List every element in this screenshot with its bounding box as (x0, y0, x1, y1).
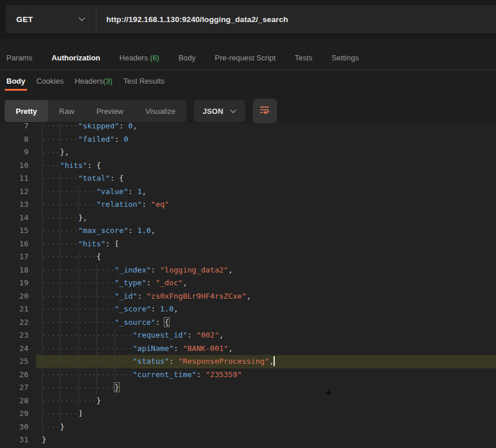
indent-guide (78, 185, 79, 199)
indent-guide (42, 159, 42, 173)
indent-guide (96, 277, 97, 290)
indent-guide (60, 395, 60, 408)
line-content: ········"hits": [ (36, 238, 496, 251)
json-string: "BANK-001" (183, 344, 228, 353)
response-tab-body[interactable]: Body (6, 70, 26, 92)
indent-guide (42, 342, 42, 356)
indent-guide (96, 303, 97, 316)
code-line-15[interactable]: 15········"max_score": 1.0, (0, 224, 496, 238)
json-string: "logging_data2" (160, 266, 228, 274)
code-line-10[interactable]: 10····"hits": { (0, 159, 496, 173)
indent-guide (114, 329, 115, 342)
code-line-27[interactable]: 27················} (0, 381, 496, 395)
json-key: "_id" (114, 292, 137, 300)
json-key: "hits" (60, 161, 87, 170)
line-content: ····················"apiName": "BANK-001… (36, 342, 496, 356)
code-line-9[interactable]: 9····}, (0, 146, 496, 159)
indent-guide (78, 395, 79, 408)
request-tab-settings[interactable]: Settings (332, 53, 359, 62)
json-key: "status" (133, 357, 170, 365)
method-selector[interactable]: GET (6, 5, 96, 33)
request-tab-params[interactable]: Params (6, 53, 33, 62)
code-line-16[interactable]: 16········"hits": [ (0, 238, 496, 251)
indent-guide (60, 185, 60, 199)
indent-guide (60, 212, 60, 225)
response-tab-cookies[interactable]: Cookies (37, 70, 64, 92)
indent-guide (42, 185, 42, 199)
format-label: JSON (203, 107, 223, 116)
code-line-18[interactable]: 18················"_index": "logging_dat… (0, 264, 496, 277)
code-line-20[interactable]: 20················"_id": "zs0xFngBLr9HF4… (0, 290, 496, 303)
code-line-24[interactable]: 24····················"apiName": "BANK-0… (0, 342, 496, 356)
json-key: "value" (96, 187, 128, 196)
json-punctuation: : (196, 370, 206, 379)
url-input[interactable]: http://192.168.1.130:9240/logging_data2/… (96, 5, 496, 33)
response-tab-test-results[interactable]: Test Results (124, 70, 165, 92)
code-line-31[interactable]: 31} (0, 433, 496, 447)
indent-guide (78, 277, 79, 290)
code-line-19[interactable]: 19················"_type": "_doc", (0, 277, 496, 290)
view-mode-raw[interactable]: Raw (48, 100, 85, 122)
code-line-23[interactable]: 23····················"request_id": "002… (0, 329, 496, 342)
code-line-17[interactable]: 17············{ (0, 250, 496, 264)
line-content: ················} (36, 381, 496, 395)
code-line-25[interactable]: 25····················"status": "Respons… (0, 355, 496, 368)
request-tabs: ParamsAuthorizationHeaders (6)BodyPre-re… (0, 46, 496, 70)
line-number: 13 (0, 198, 36, 212)
line-number: 23 (0, 329, 36, 342)
indent-guide (42, 198, 42, 212)
code-line-26[interactable]: 26····················"current_time": "2… (0, 368, 496, 382)
line-number: 29 (0, 407, 36, 421)
request-tab-headers[interactable]: Headers (6) (120, 53, 160, 62)
json-punctuation: }, (60, 148, 69, 156)
code-line-14[interactable]: 14········}, (0, 212, 496, 225)
code-line-21[interactable]: 21················"_score": 1.0, (0, 303, 496, 316)
request-tab-pre-request-script[interactable]: Pre-request Script (215, 53, 276, 62)
json-punctuation: : (187, 331, 196, 339)
view-mode-visualize[interactable]: Visualize (134, 100, 186, 122)
indent-guide (78, 316, 79, 329)
code-line-8[interactable]: 8········"failed": 0 (0, 133, 496, 146)
json-punctuation: } (60, 422, 64, 431)
line-number: 16 (0, 238, 36, 251)
indent-guide (96, 316, 97, 329)
indent-guide (42, 316, 42, 329)
indent-guide (78, 342, 79, 356)
code-line-29[interactable]: 29········] (0, 407, 496, 421)
json-punctuation: { (164, 318, 169, 327)
indent-guide (42, 355, 42, 368)
code-line-7[interactable]: 7········"skipped": 0, (0, 123, 496, 133)
response-tab-headers[interactable]: Headers (3) (74, 70, 112, 92)
indent-guide (114, 355, 115, 368)
code-line-13[interactable]: 13············"relation": "eq" (0, 198, 496, 212)
json-key: "apiName" (133, 344, 174, 353)
line-content: ····} (36, 421, 496, 434)
view-mode-preview[interactable]: Preview (85, 100, 134, 122)
code-line-11[interactable]: 11········"total": { (0, 172, 496, 185)
json-punctuation: } (42, 435, 46, 444)
indent-guide (42, 407, 42, 421)
code-line-28[interactable]: 28············} (0, 395, 496, 408)
indent-guide (42, 123, 42, 133)
json-punctuation: : (128, 226, 138, 235)
code-line-12[interactable]: 12············"value": 1, (0, 185, 496, 199)
view-mode-pretty[interactable]: Pretty (5, 100, 48, 122)
line-number: 12 (0, 185, 36, 199)
indent-guide (60, 133, 60, 146)
indent-guide (42, 421, 42, 434)
json-punctuation: , (228, 266, 233, 274)
response-body-editor[interactable]: 7········"skipped": 0,8········"failed":… (0, 123, 496, 448)
format-dropdown[interactable]: JSON (194, 100, 245, 122)
code-line-22[interactable]: 22················"_source": { (0, 316, 496, 329)
json-string: "zs0xFngBLr9HF4rsZCxe" (146, 292, 246, 300)
indent-guide (78, 303, 79, 316)
indent-guide (60, 290, 60, 303)
json-key: "relation" (96, 200, 142, 209)
postman-app: GET http://192.168.1.130:9240/logging_da… (0, 0, 496, 448)
line-content: ············} (36, 395, 496, 408)
request-tab-tests[interactable]: Tests (295, 53, 312, 62)
request-tab-authorization[interactable]: Authorization (52, 53, 100, 62)
wrap-text-button[interactable] (253, 99, 277, 123)
code-line-30[interactable]: 30····} (0, 421, 496, 434)
request-tab-body[interactable]: Body (178, 53, 196, 62)
